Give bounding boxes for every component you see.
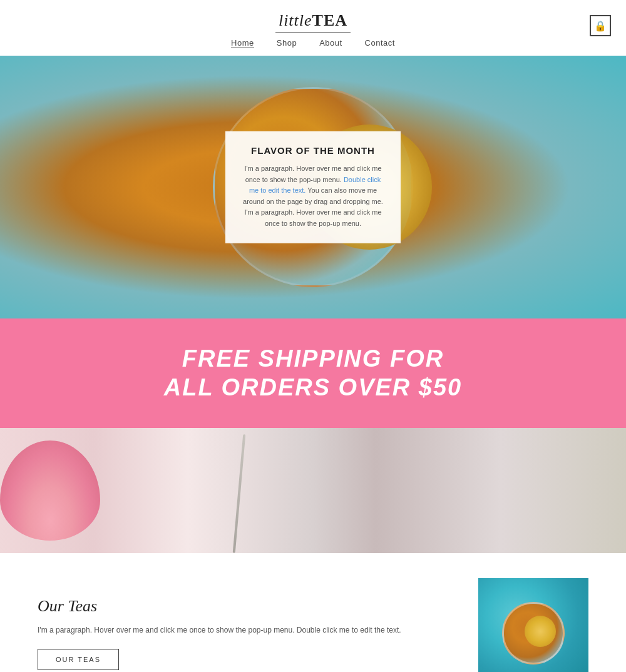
our-teas-button[interactable]: OUR TEAS <box>38 649 119 670</box>
site-logo: littleTEA <box>0 11 626 30</box>
spoon-image-section <box>0 428 626 553</box>
hero-overlay: FLAVOR OF THE MONTH I'm a paragraph. Hov… <box>225 131 401 243</box>
our-teas-heading: Our Teas <box>38 597 441 616</box>
nav-home[interactable]: Home <box>231 38 254 48</box>
logo-little: little <box>279 11 312 29</box>
shipping-line1: FREE SHIPPING FOR <box>13 345 613 374</box>
tea-cup-small <box>502 602 565 664</box>
tea-image-circle <box>478 578 588 672</box>
hero-paragraph: I'm a paragraph. Hover over me and click… <box>240 163 386 230</box>
tea-lemon-small <box>525 616 556 647</box>
main-nav: Home Shop About Contact <box>0 33 626 51</box>
our-teas-image <box>478 578 588 672</box>
nav-about[interactable]: About <box>319 38 342 48</box>
our-teas-text: Our Teas I'm a paragraph. Hover over me … <box>38 597 441 670</box>
cart-button[interactable]: 🔒 <box>590 15 611 36</box>
shipping-banner: FREE SHIPPING FOR ALL ORDERS OVER $50 <box>0 318 626 428</box>
pink-flower <box>0 440 100 541</box>
shipping-line2: ALL ORDERS OVER $50 <box>13 374 613 402</box>
nav-shop[interactable]: Shop <box>277 38 297 48</box>
our-teas-section: Our Teas I'm a paragraph. Hover over me … <box>0 553 626 672</box>
our-teas-paragraph: I'm a paragraph. Hover over me and click… <box>38 624 441 636</box>
logo-tea: TEA <box>312 11 347 29</box>
hero-background: FLAVOR OF THE MONTH I'm a paragraph. Hov… <box>0 56 626 318</box>
nav-contact[interactable]: Contact <box>365 38 395 48</box>
cart-icon: 🔒 <box>594 20 607 32</box>
site-header: littleTEA Home Shop About Contact 🔒 <box>0 0 626 56</box>
hero-title: FLAVOR OF THE MONTH <box>240 145 386 156</box>
hero-section: FLAVOR OF THE MONTH I'm a paragraph. Hov… <box>0 56 626 318</box>
